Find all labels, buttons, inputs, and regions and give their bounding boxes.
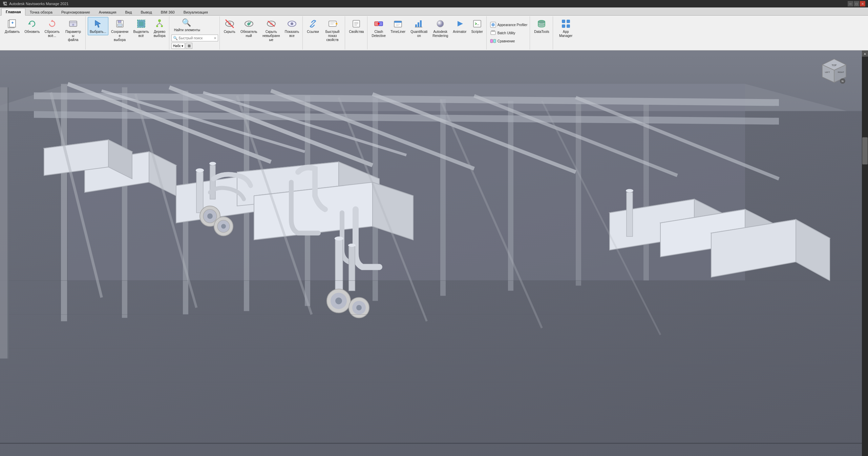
viewport[interactable]: TOP RIGHT LEFT N ▲ ▼ <box>0 51 868 456</box>
hide-icon <box>224 18 235 29</box>
scroll-up-button[interactable]: ▲ <box>862 51 868 57</box>
links-button[interactable]: Ссылки <box>305 17 321 35</box>
properties-group: Свойства <box>346 16 368 49</box>
search-icon: 🔍 <box>173 36 178 40</box>
clash-detective-button[interactable]: Clash Detective <box>369 17 388 39</box>
grid-icon: ⊞ <box>188 44 191 48</box>
maximize-button[interactable]: □ <box>854 1 859 6</box>
svg-rect-65 <box>567 24 570 28</box>
appearance-profiler-icon <box>490 21 496 28</box>
scripter-button[interactable]: Scripter <box>469 17 485 35</box>
required-label: Обязательный <box>240 30 258 38</box>
timeliner-button[interactable]: TimeLiner <box>388 17 407 35</box>
autodesk-rendering-label: Autodesk Rendering <box>432 30 448 38</box>
show-all-button[interactable]: Показать все <box>283 17 301 39</box>
reset-button[interactable]: Сбросить всё... <box>42 17 61 39</box>
svg-point-119 <box>626 189 633 193</box>
nabl-action-button[interactable]: ⊞ <box>186 43 192 49</box>
hide-button[interactable]: Скрыть <box>222 17 237 35</box>
window-controls: ─ □ ✕ <box>848 1 865 6</box>
nabl-label: Набс <box>173 44 181 48</box>
refresh-icon <box>27 18 38 29</box>
quantification-button[interactable]: Quantification <box>408 17 430 39</box>
quantification-label: Quantification <box>410 30 428 38</box>
animator-button[interactable]: Animator <box>451 17 468 35</box>
title-bar: 🏗 Autodesk Navisworks Manage 2021 ─ □ ✕ <box>0 0 868 7</box>
required-button[interactable]: Обязательный <box>238 17 260 39</box>
clear-search-icon[interactable]: ✕ <box>214 36 216 40</box>
find-elements-button[interactable]: 🔍 Найти элементы <box>171 17 202 33</box>
save-selection-button[interactable]: Сохранение выбора <box>109 17 131 43</box>
nabl-dropdown[interactable]: Набс ▾ <box>171 43 185 49</box>
svg-text:LEFT: LEFT <box>825 71 830 73</box>
svg-point-105 <box>207 214 213 219</box>
scripter-label: Scripter <box>471 30 483 34</box>
svg-rect-31 <box>329 21 336 26</box>
3d-scene <box>0 51 868 456</box>
datatools-button[interactable]: DataTools <box>532 17 551 35</box>
plugins-group: Appearance Profiler Batch Utility Сравне… <box>487 16 530 49</box>
scroll-thumb[interactable] <box>862 137 868 164</box>
hide-unselected-button[interactable]: Скрыть невыбранные <box>260 17 282 43</box>
close-button[interactable]: ✕ <box>860 1 865 6</box>
nabl-row: Набс ▾ ⊞ <box>171 43 192 49</box>
find-icon: 🔍 <box>181 18 193 27</box>
tree-icon <box>154 18 165 29</box>
svg-marker-4 <box>28 22 31 24</box>
tab-bim360[interactable]: BIM 360 <box>156 8 179 16</box>
select-all-button[interactable]: Выделить всё <box>131 17 151 39</box>
search-input[interactable] <box>179 36 213 40</box>
clash-detective-label: Clash Detective <box>372 30 386 38</box>
select-button[interactable]: Выбрать... <box>88 17 108 35</box>
scrollbar-right[interactable]: ▲ ▼ <box>862 51 868 456</box>
svg-point-102 <box>209 162 216 165</box>
tab-view[interactable]: Вид <box>121 8 136 16</box>
tab-viewpoint[interactable]: Точка обзора <box>25 8 57 16</box>
svg-point-127 <box>335 237 343 241</box>
tree-button[interactable]: Дерево выбора <box>152 17 168 39</box>
hide-label: Скрыть <box>224 30 235 34</box>
batch-utility-label[interactable]: Batch Utility <box>497 31 515 35</box>
svg-rect-71 <box>122 87 127 318</box>
comparison-icon <box>490 38 496 44</box>
required-icon <box>244 18 254 29</box>
appearance-profiler-label[interactable]: Appearance Profiler <box>497 23 527 27</box>
nav-cube[interactable]: TOP RIGHT LEFT N <box>821 57 848 84</box>
tab-review[interactable]: Рецензирование <box>57 8 94 16</box>
project-group: Добавить Обновить Сбросить всё... Параме… <box>1 16 86 49</box>
datatools-icon <box>536 18 547 29</box>
animator-icon <box>454 18 465 29</box>
svg-rect-78 <box>576 103 581 286</box>
add-button[interactable]: Добавить <box>3 17 22 35</box>
refresh-button[interactable]: Обновить <box>22 17 42 35</box>
svg-rect-49 <box>420 20 422 27</box>
tab-home[interactable]: Главная <box>1 8 25 16</box>
svg-point-132 <box>335 298 342 304</box>
params-button[interactable]: Параметры файла <box>62 17 84 43</box>
svg-rect-44 <box>394 21 402 23</box>
appmanager-button[interactable]: App Manager <box>555 17 577 39</box>
autodesk-rendering-button[interactable]: Autodesk Rendering <box>430 17 450 39</box>
svg-rect-76 <box>440 99 446 296</box>
reset-icon <box>47 18 58 29</box>
svg-point-29 <box>291 22 293 25</box>
svg-point-56 <box>491 23 495 26</box>
properties-button[interactable]: Свойства <box>347 17 366 35</box>
show-all-label: Показать все <box>285 30 299 38</box>
svg-rect-79 <box>643 104 649 281</box>
svg-rect-47 <box>415 24 417 27</box>
nabl-chevron-icon: ▾ <box>182 44 183 48</box>
svg-rect-70 <box>61 84 67 321</box>
refresh-label: Обновить <box>24 30 40 34</box>
quick-props-button[interactable]: Быстрый показ свойств <box>322 17 343 43</box>
add-label: Добавить <box>5 30 20 34</box>
tab-animation[interactable]: Анимация <box>94 8 121 16</box>
scroll-track[interactable] <box>862 57 868 456</box>
comparison-label[interactable]: Сравнение <box>497 39 515 43</box>
minimize-button[interactable]: ─ <box>848 1 853 6</box>
batch-utility-row: Batch Utility <box>489 29 516 37</box>
tab-output[interactable]: Вывод <box>136 8 156 16</box>
tab-visualization[interactable]: Визуализация <box>179 8 212 16</box>
ribbon: Главная Точка обзора Рецензирование Аним… <box>0 7 868 51</box>
scripter-icon <box>472 18 483 29</box>
